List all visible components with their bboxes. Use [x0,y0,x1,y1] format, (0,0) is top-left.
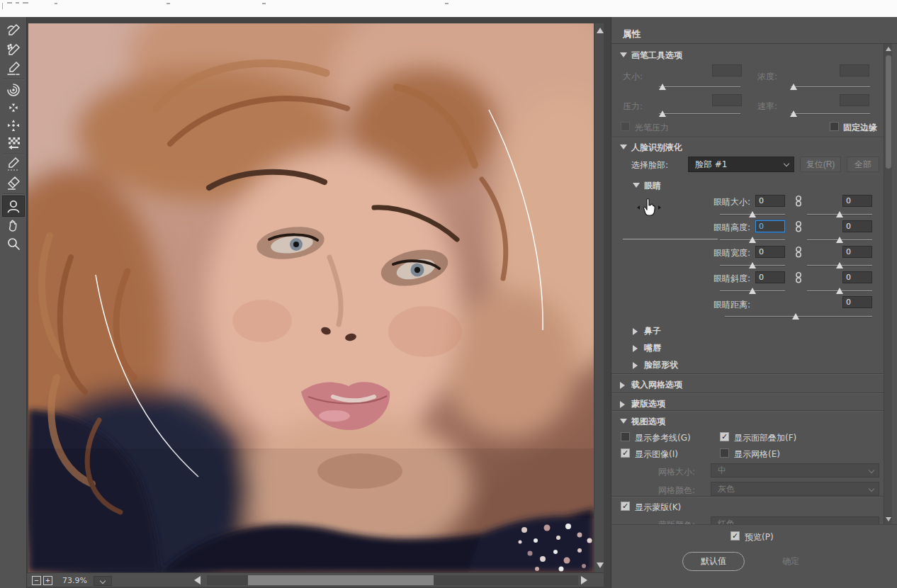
nose-section-header[interactable]: 鼻子 [644,325,661,337]
select-face-label: 选择脸部: [631,159,668,171]
panel-header: 属性 [611,23,897,44]
link-icon[interactable] [794,195,803,208]
scroll-up-icon[interactable] [886,47,891,51]
scroll-right-icon[interactable] [581,576,587,584]
eye-tilt-left-field[interactable]: 0 [755,271,785,283]
disclosure-closed-icon[interactable] [620,401,625,408]
eye-width-left-field[interactable]: 0 [755,246,785,258]
toolbar-separator [3,154,24,154]
mesh-color-dropdown[interactable]: 灰色 [711,482,879,496]
zoom-out-button[interactable]: − [32,576,41,585]
bloat-tool-icon[interactable] [6,118,21,133]
reconstruct-tool-icon[interactable] [6,43,21,58]
eye-width-right-slider[interactable] [807,261,872,269]
push-left-tool-icon[interactable] [6,135,21,151]
titlebar-artifact [167,3,170,4]
show-image-checkbox[interactable] [621,448,630,458]
mesh-size-dropdown[interactable]: 中 [711,463,879,477]
eye-size-right-slider[interactable] [807,210,872,218]
stylus-pressure-label: 光笔压力 [635,122,669,134]
eye-width-left-slider[interactable] [720,261,785,269]
brush-size-field[interactable] [712,64,742,77]
hand-tool-icon[interactable] [6,217,21,233]
scroll-down-icon[interactable] [597,562,604,568]
thaw-mask-tool-icon[interactable] [6,175,21,191]
brush-pressure-field[interactable] [712,94,742,106]
disclosure-open-icon[interactable] [633,183,640,188]
freeze-mask-tool-icon[interactable] [6,157,21,172]
face-shape-section-header[interactable]: 脸部形状 [644,359,678,371]
twirl-clockwise-tool-icon[interactable] [6,82,21,98]
brush-options-header[interactable]: 画笔工具选项 [631,50,682,62]
panel-scrollbar[interactable] [884,44,892,524]
horizontal-scroll-thumb[interactable] [248,575,434,585]
disclosure-open-icon[interactable] [620,145,627,149]
forward-warp-tool-icon[interactable] [6,23,21,38]
eye-tilt-right-field[interactable]: 0 [842,271,872,283]
link-icon[interactable] [794,246,803,259]
eye-tilt-right-slider[interactable] [807,286,872,295]
eye-height-left-slider[interactable] [720,235,785,244]
select-face-dropdown[interactable]: 脸部 #1 [688,157,794,172]
eye-height-left-field[interactable]: 0 [755,220,785,232]
link-icon[interactable] [794,220,803,233]
brush-rate-slider[interactable] [791,109,870,118]
disclosure-closed-icon[interactable] [620,382,625,389]
show-mesh-checkbox[interactable] [720,448,729,458]
mask-color-dropdown[interactable]: 红色 [711,516,879,524]
scroll-up-icon[interactable] [597,28,604,33]
eye-width-right-field[interactable]: 0 [842,246,872,258]
face-aware-header[interactable]: 人脸识别液化 [631,142,682,154]
smooth-tool-icon[interactable] [6,61,21,77]
zoom-level-dropdown[interactable] [94,576,112,586]
pin-edges-checkbox[interactable] [830,122,839,131]
eye-distance-field[interactable]: 0 [842,296,872,308]
all-button[interactable]: 全部 [847,157,879,172]
eye-tilt-left-slider[interactable] [720,286,785,295]
eye-size-left-slider[interactable] [720,210,785,218]
pucker-tool-icon[interactable] [6,100,21,115]
load-mesh-options-header[interactable]: 载入网格选项 [631,379,682,391]
mouth-section-header[interactable]: 嘴唇 [644,342,661,354]
disclosure-closed-icon[interactable] [633,328,638,335]
brush-size-slider[interactable] [659,82,740,91]
eye-height-right-slider[interactable] [807,235,872,244]
stylus-pressure-checkbox[interactable] [621,122,630,131]
disclosure-closed-icon[interactable] [633,345,638,352]
eyes-section-header[interactable]: 眼睛 [644,180,661,192]
eye-height-right-field[interactable]: 0 [842,220,872,232]
brush-rate-field[interactable] [840,94,869,106]
eye-size-left-field[interactable]: 0 [755,195,785,207]
brush-density-slider[interactable] [791,82,870,91]
zoom-in-button[interactable]: + [43,576,52,585]
liquify-dialog: − + 73.9% 属性 画笔工具选项 大小: 浓度: 压力: 速率: [0,0,897,588]
show-face-overlay-checkbox[interactable] [720,432,729,441]
scroll-down-icon[interactable] [886,517,891,521]
eye-size-right-field[interactable]: 0 [842,195,872,207]
panel-scroll-thumb[interactable] [886,55,891,169]
brush-density-field[interactable] [840,64,869,77]
eye-distance-label: 眼睛距离: [623,299,750,311]
show-mask-checkbox[interactable] [621,502,630,511]
reset-button[interactable]: 复位(R) [800,157,841,172]
eye-distance-slider[interactable] [725,312,872,320]
preview-checkbox[interactable] [730,531,740,541]
chevron-down-icon [100,578,106,584]
link-icon[interactable] [794,271,803,284]
show-guides-checkbox[interactable] [621,432,630,441]
mask-options-header[interactable]: 蒙版选项 [631,398,665,410]
defaults-button[interactable]: 默认值 [682,552,745,571]
preview-label: 预览(P) [745,531,774,543]
zoom-tool-icon[interactable] [6,236,21,251]
ok-button[interactable]: 确定 [765,552,817,571]
liquify-canvas[interactable] [28,23,594,572]
canvas-vertical-scrollbar[interactable] [594,23,604,572]
face-tool-icon[interactable] [6,198,21,214]
view-options-header[interactable]: 视图选项 [631,416,665,428]
brush-pressure-slider[interactable] [659,109,740,118]
titlebar-artifact [2,3,3,9]
disclosure-open-icon[interactable] [620,419,627,424]
scroll-left-icon[interactable] [194,576,201,584]
disclosure-open-icon[interactable] [620,52,627,57]
disclosure-closed-icon[interactable] [633,362,638,369]
